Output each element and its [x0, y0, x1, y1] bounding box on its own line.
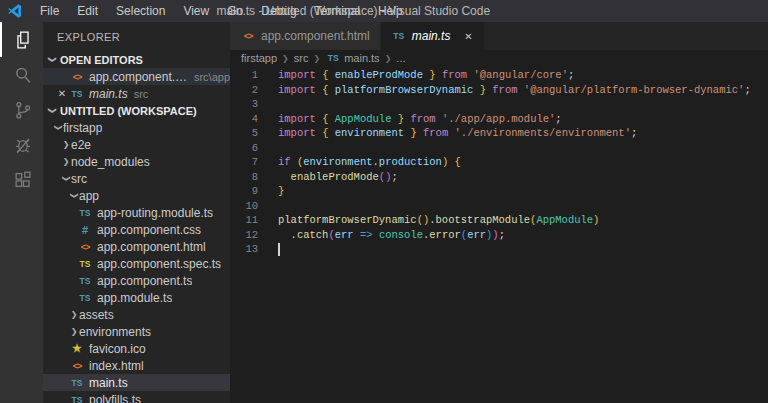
breadcrumb-item-main.ts[interactable]: TSmain.ts	[325, 52, 379, 64]
line-content: }	[258, 184, 768, 199]
tree-item-app.component.ts[interactable]: TSapp.component.ts	[43, 272, 230, 289]
tree-item-label: app.component.ts	[97, 274, 192, 288]
explorer-sidebar: EXPLORER ❯ OPEN EDITORS <>app.component.…	[43, 22, 230, 403]
open-editor-desc: src	[134, 88, 149, 100]
code-token: .	[278, 229, 297, 241]
breadcrumb-item-...[interactable]: ...	[396, 52, 405, 64]
extensions-icon[interactable]	[0, 162, 43, 197]
line-content	[258, 141, 768, 156]
workspace-header[interactable]: ❯ UNTITLED (WORKSPACE)	[43, 102, 230, 119]
breadcrumb-separator-icon: ❯	[282, 54, 289, 63]
tree-item-label: app-routing.module.ts	[97, 206, 213, 220]
html-file-icon: <>	[77, 242, 93, 252]
code-line-2: 2import { platformBrowserDynamic } from …	[230, 83, 768, 98]
tree-item-src[interactable]: ❯src	[43, 170, 230, 187]
line-number: 13	[230, 242, 258, 257]
tree-item-main.ts[interactable]: TSmain.ts	[43, 374, 230, 391]
menu-selection[interactable]: Selection	[107, 0, 174, 22]
tree-item-index.html[interactable]: <>index.html	[43, 357, 230, 374]
breadcrumb-separator-icon: ❯	[313, 54, 320, 63]
breadcrumb-item-firstapp[interactable]: firstapp	[241, 52, 277, 64]
code-token: '@angular/core'	[473, 69, 568, 81]
code-token: AppModule	[536, 214, 593, 226]
star-file-icon: ★	[69, 342, 85, 355]
vscode-window: FileEditSelectionViewGoDebugTerminalHelp…	[0, 0, 768, 403]
window-title: main.ts - Untitled (Workspace) - Visual …	[216, 0, 490, 22]
title-bar: FileEditSelectionViewGoDebugTerminalHelp…	[0, 0, 768, 22]
chevron-down-icon: ❯	[70, 191, 79, 201]
ts-spec-file-icon: TS	[77, 259, 93, 269]
open-editor-app.component.html[interactable]: <>app.component.htmlsrc\app	[43, 68, 230, 85]
tree-item-label: e2e	[71, 138, 91, 152]
line-number: 12	[230, 228, 258, 243]
search-icon[interactable]	[0, 57, 43, 92]
code-token: enableProdMode	[335, 69, 423, 81]
breadcrumb-item-src[interactable]: src	[294, 52, 309, 64]
file-tree: ❯firstapp❯e2e❯node_modules❯src❯appTSapp-…	[43, 119, 230, 403]
code-token: production	[379, 156, 442, 168]
tree-item-app[interactable]: ❯app	[43, 187, 230, 204]
menu-view[interactable]: View	[174, 0, 218, 22]
code-token: platformBrowserDynamic	[278, 214, 417, 226]
debug-icon[interactable]	[0, 127, 43, 162]
menu-file[interactable]: File	[31, 0, 68, 22]
tab-bar: <>app.component.htmlTSmain.ts✕	[230, 22, 768, 50]
tree-item-label: favicon.ico	[89, 342, 146, 356]
chevron-right-icon: ❯	[61, 140, 71, 149]
tree-item-assets[interactable]: ❯assets	[43, 306, 230, 323]
open-editor-label: app.component.html	[89, 70, 188, 84]
code-line-13: 13	[230, 242, 768, 257]
line-content	[258, 242, 768, 257]
tree-item-app-routing.module.ts[interactable]: TSapp-routing.module.ts	[43, 204, 230, 221]
tab-main.ts[interactable]: TSmain.ts✕	[381, 22, 486, 50]
code-token: AppModule	[335, 113, 392, 125]
code-token: './app/app.module'	[442, 113, 555, 125]
tree-item-favicon.ico[interactable]: ★favicon.ico	[43, 340, 230, 357]
tree-item-app.component.css[interactable]: #app.component.css	[43, 221, 230, 238]
chevron-down-icon: ❯	[54, 123, 63, 133]
tab-app.component.html[interactable]: <>app.component.html	[230, 22, 381, 50]
open-editors-list: <>app.component.htmlsrc\app✕TSmain.tssrc	[43, 68, 230, 102]
tree-item-app.module.ts[interactable]: TSapp.module.ts	[43, 289, 230, 306]
chevron-right-icon: ❯	[69, 327, 79, 336]
tree-item-label: app	[79, 189, 99, 203]
code-token: import	[278, 127, 316, 139]
code-token: ;	[631, 127, 637, 139]
ts-file-icon: TS	[69, 395, 85, 403]
close-icon[interactable]: ✕	[55, 88, 69, 99]
html-file-icon: <>	[240, 31, 256, 41]
code-token: from	[442, 69, 467, 81]
line-number: 10	[230, 199, 258, 214]
tree-item-app.component.html[interactable]: <>app.component.html	[43, 238, 230, 255]
explorer-icon[interactable]	[0, 22, 43, 57]
menu-edit[interactable]: Edit	[68, 0, 107, 22]
code-token: )	[593, 214, 599, 226]
open-editor-main.ts[interactable]: ✕TSmain.tssrc	[43, 85, 230, 102]
tree-item-node_modules[interactable]: ❯node_modules	[43, 153, 230, 170]
line-content: import { platformBrowserDynamic } from '…	[258, 83, 768, 98]
open-editors-header[interactable]: ❯ OPEN EDITORS	[43, 51, 230, 68]
line-number: 3	[230, 97, 258, 112]
breadcrumb: firstapp❯src❯TSmain.ts❯...	[230, 50, 768, 66]
tab-close-icon[interactable]: ✕	[462, 31, 474, 42]
sidebar-title: EXPLORER	[43, 22, 230, 51]
tree-item-label: src	[71, 172, 87, 186]
tree-item-app.component.spec.ts[interactable]: TSapp.component.spec.ts	[43, 255, 230, 272]
ts-file-icon: TS	[325, 53, 341, 63]
tree-item-polyfills.ts[interactable]: TSpolyfills.ts	[43, 391, 230, 403]
code-editor[interactable]: 1import { enableProdMode } from '@angula…	[230, 66, 768, 403]
line-content: enableProdMode();	[258, 170, 768, 185]
tree-item-environments[interactable]: ❯environments	[43, 323, 230, 340]
tree-item-firstapp[interactable]: ❯firstapp	[43, 119, 230, 136]
source-control-icon[interactable]	[0, 92, 43, 127]
tree-item-label: environments	[79, 325, 151, 339]
code-token: ;	[568, 69, 574, 81]
tree-item-e2e[interactable]: ❯e2e	[43, 136, 230, 153]
tree-item-label: app.component.spec.ts	[97, 257, 221, 271]
line-content: .catch(err => console.error(err));	[258, 228, 768, 243]
html-file-icon: <>	[69, 72, 85, 82]
activity-bar	[0, 22, 43, 403]
code-token: bootstrapModule	[436, 214, 531, 226]
code-token: ;	[744, 84, 750, 96]
line-content: if (environment.production) {	[258, 155, 768, 170]
